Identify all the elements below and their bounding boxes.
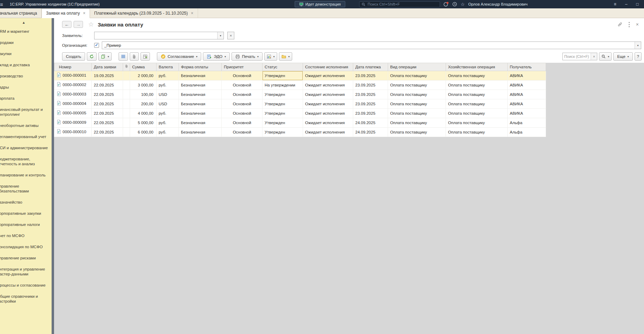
sidebar-scrollbar[interactable] [52,18,54,334]
cell-payment-form[interactable]: Безналичная [179,128,222,137]
search-options-button[interactable]: ▾ [599,52,612,61]
sidebar-item[interactable]: Внеоборотные активы [0,120,52,131]
column-header-amount[interactable]: Сумма [130,63,157,71]
list-search-clear-icon[interactable]: × [591,53,597,60]
cell-request-date[interactable]: 22.09.2025 [92,128,123,137]
organization-checkbox[interactable]: ✓ [94,43,99,48]
cell-payment-form[interactable]: Безналичная [179,71,222,81]
tab-close-icon[interactable]: × [83,11,85,16]
cell-attachment[interactable] [123,109,130,118]
sidebar-item[interactable]: НСИ и администрирование [0,142,52,153]
tab-payment-requests[interactable]: Заявки на оплату × [41,8,90,18]
cell-currency[interactable]: руб. [157,118,179,128]
column-header-priority[interactable]: Приоритет [222,63,263,71]
cell-currency[interactable]: руб. [157,109,179,118]
column-header-business-operation[interactable]: Хозяйственная операция [446,63,508,71]
cell-attachment[interactable] [123,128,130,137]
table-row[interactable]: 0000-000009 22.09.2025 5 000,00 руб. Без… [54,118,546,128]
table-row[interactable]: 0000-000001 19.09.2025 2 000,00 руб. Без… [54,71,546,81]
applicant-input[interactable] [94,32,217,39]
sidebar-item[interactable]: CRM и маркетинг [0,26,52,37]
cell-execution-state[interactable]: Ожидает исполнения [303,99,353,109]
cell-attachment[interactable] [123,99,130,109]
table-row[interactable]: 0000-000005 22.09.2025 4 000,00 руб. Без… [54,109,546,118]
cell-business-operation[interactable]: Оплата поставщику [446,90,508,99]
cell-status[interactable]: Утвержден [263,90,303,99]
cell-currency[interactable]: USD [157,90,179,99]
cell-business-operation[interactable]: Оплата поставщику [446,128,508,137]
cell-request-date[interactable]: 22.09.2025 [92,118,123,128]
cell-attachment[interactable] [123,71,130,81]
column-header-payment-form[interactable]: Форма оплаты [179,63,222,71]
column-header-operation-type[interactable]: Вид операции [388,63,446,71]
cell-amount[interactable]: 2 000,00 [130,71,157,81]
list-settings-button[interactable] [119,52,128,61]
column-header-request-date[interactable]: Дата заявки [92,63,123,71]
global-search-input[interactable]: Поиск Ctrl+Shift+F [359,1,440,7]
column-header-attachment[interactable] [123,63,130,71]
cell-number[interactable]: 0000-000002 [54,81,92,90]
table-row[interactable]: 0000-000004 22.09.2025 200,00 USD Безнал… [54,99,546,109]
column-header-status[interactable]: Статус [263,63,303,71]
cell-payment-date[interactable]: 23.09.2025 [353,81,388,90]
attachments-button[interactable] [130,52,139,61]
cell-status[interactable]: Утвержден [263,99,303,109]
cell-status[interactable]: На утверждении [263,81,303,90]
current-user[interactable]: Орлов Александр Владимирович [468,2,528,6]
organization-dropdown-icon[interactable]: ▾ [635,42,641,49]
cell-status[interactable]: Утвержден [263,71,303,81]
sidebar-item[interactable]: Финансовый результат и контроллинг [0,104,52,120]
cell-number[interactable]: 0000-000003 [54,90,92,99]
refresh-button[interactable] [87,52,97,61]
cell-payment-form[interactable]: Безналичная [179,90,222,99]
cell-number[interactable]: 0000-000005 [54,109,92,118]
scroll-up-icon[interactable]: ▲ [0,18,52,26]
cell-business-operation[interactable]: Оплата поставщику [446,99,508,109]
table-row[interactable]: 0000-000003 22.09.2025 100,00 USD Безнал… [54,90,546,99]
sidebar-item[interactable]: Продажи [0,37,52,48]
cell-payment-form[interactable]: Безналичная [179,81,222,90]
history-icon[interactable] [452,2,457,7]
sidebar-item[interactable]: Общие справочники и настройки [0,291,52,307]
cell-currency[interactable]: руб. [157,71,179,81]
cell-attachment[interactable] [123,90,130,99]
sidebar-item[interactable]: Корпоративные закупки [0,208,52,219]
tab-home[interactable]: Начальная страница [0,8,41,18]
cell-payment-form[interactable]: Безналичная [179,99,222,109]
cell-execution-state[interactable]: Ожидает исполнения [303,128,353,137]
cell-amount[interactable]: 6 000,00 [130,128,157,137]
cell-execution-state[interactable]: Ожидает исполнения [303,118,353,128]
cell-recipient[interactable]: АВИКА [508,81,546,90]
sidebar-scrollbar-thumb[interactable] [52,18,54,334]
cell-operation-type[interactable]: Оплата поставщику [388,90,446,99]
approval-route-button[interactable] [141,52,150,61]
cell-payment-date[interactable]: 23.09.2025 [353,99,388,109]
list-search-input[interactable] [563,53,591,60]
approval-button[interactable]: Согласование▾ [157,52,202,61]
sidebar-item[interactable]: Зарплата [0,93,52,104]
tab-close-icon[interactable]: × [191,11,194,16]
cell-execution-state[interactable]: Ожидает исполнения [303,90,353,99]
tab-payment-calendar[interactable]: Платежный календарь (23.09.2025 - 31.10.… [90,8,198,18]
cell-business-operation[interactable]: Оплата поставщику [446,118,508,128]
help-button[interactable]: ? [635,52,642,61]
cell-operation-type[interactable]: Оплата поставщику [388,99,446,109]
notifications-icon[interactable] [444,2,449,7]
applicant-dropdown-icon[interactable]: ▾ [217,32,223,39]
column-header-recipient[interactable]: Получатель [508,63,546,71]
cell-recipient[interactable]: АВИКА [508,71,546,81]
cell-priority[interactable]: Основной [222,118,263,128]
main-menu-icon[interactable]: ≡ [0,1,8,7]
sidebar-item[interactable]: Процессы и согласование [0,280,52,291]
cell-status[interactable]: Утвержден [263,109,303,118]
sidebar-item[interactable]: Казначейство [0,197,52,208]
cell-request-date[interactable]: 22.09.2025 [92,99,123,109]
cell-amount[interactable]: 5 000,00 [130,118,157,128]
sidebar-item[interactable]: Закупки [0,48,52,59]
cell-payment-date[interactable]: 23.09.2025 [353,71,388,81]
maximize-button[interactable]: □ [634,2,641,7]
column-header-number[interactable]: Номер [54,63,92,71]
back-button[interactable]: ← [62,21,71,28]
link-icon[interactable] [618,22,622,27]
cell-number[interactable]: 0000-000004 [54,99,92,109]
